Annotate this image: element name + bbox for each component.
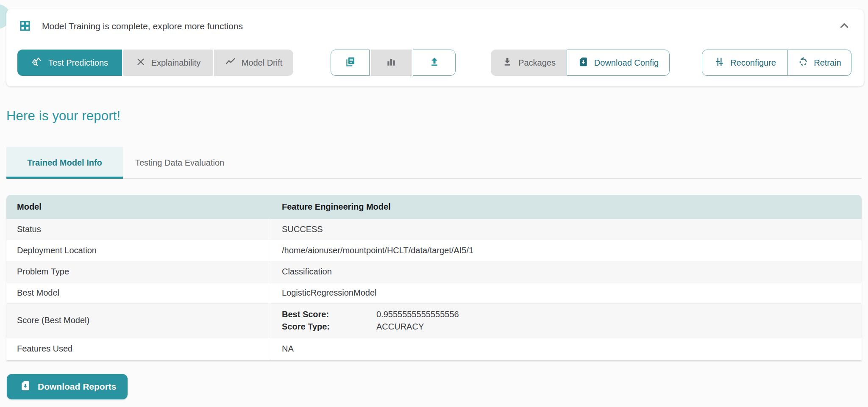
row-value: SUCCESS [271,219,862,240]
score-type-pair: Score Type: ACCURACY [282,321,862,333]
chart-view-button[interactable] [371,50,412,76]
table-row-status: Status SUCCESS [6,219,862,240]
table-header-model: Model [6,195,271,219]
mode-button-group: Test Predictions Explainability [17,50,293,76]
packages-button[interactable]: Packages [491,50,567,76]
row-value: LogisticRegressionModel [271,282,862,304]
page: Model Training is complete, explore more… [0,0,868,407]
query-stats-icon [31,56,43,69]
package-button-group: Packages Download Config [491,50,670,76]
row-value: Classification [271,261,862,282]
row-value: Best Score: 0.9555555555555556 Score Typ… [271,304,862,338]
download-reports-label: Download Reports [38,382,117,392]
download-config-label: Download Config [594,58,659,68]
tune-sliders-icon [714,56,725,69]
report-heading: Here is your report! [6,108,120,124]
retrain-button-group: Reconfigure Retrain [702,50,851,76]
table-row-features-used: Features Used NA [6,338,862,360]
model-drift-label: Model Drift [242,58,283,68]
training-complete-card: Model Training is complete, explore more… [6,9,864,86]
table-header-row: Model Feature Engineering Model [6,195,862,219]
collapse-panel-button[interactable] [837,19,851,33]
grid-icon [19,19,31,32]
explainability-button[interactable]: Explainability [123,50,213,76]
row-label: Features Used [6,338,271,360]
best-score-value: 0.9555555555555556 [376,308,459,321]
test-predictions-button[interactable]: Test Predictions [17,50,122,76]
table-row-deployment-location: Deployment Location /home/aionuser/mount… [6,240,862,261]
file-download-icon [19,380,31,393]
best-score-pair: Best Score: 0.9555555555555556 [282,308,862,321]
bar-chart-icon [385,56,397,70]
rotate-retrain-icon [798,56,808,69]
retrain-button[interactable]: Retrain [788,50,851,76]
test-predictions-label: Test Predictions [48,58,108,68]
tab-trained-model-info[interactable]: Trained Model Info [6,147,123,179]
row-label: Problem Type [6,261,271,282]
packages-label: Packages [518,58,556,68]
row-label: Deployment Location [6,240,271,261]
trained-model-table: Model Feature Engineering Model Status S… [6,195,862,360]
trend-line-icon [225,56,236,69]
row-label: Best Model [6,282,271,304]
banner-actions: Test Predictions Explainability [6,50,864,76]
explainability-label: Explainability [151,58,201,68]
upload-button[interactable] [413,50,456,76]
score-type-value: ACCURACY [376,321,424,333]
report-copy-icon [344,56,356,70]
view-button-group [331,50,456,76]
best-score-key: Best Score: [282,308,376,321]
banner-title: Model Training is complete, explore more… [42,21,243,32]
tab-testing-data-evaluation[interactable]: Testing Data Evaluation [123,147,243,179]
retrain-label: Retrain [814,58,841,68]
download-reports-button[interactable]: Download Reports [7,374,128,399]
reconfigure-label: Reconfigure [730,58,776,68]
table-row-best-model: Best Model LogisticRegressionModel [6,282,862,304]
table-row-score: Score (Best Model) Best Score: 0.9555555… [6,304,862,338]
banner-header: Model Training is complete, explore more… [6,9,864,43]
chevron-up-icon [838,27,851,33]
row-value: /home/aionuser/mountpoint/HCLT/data/targ… [271,240,862,261]
upload-icon [428,56,440,70]
row-label: Status [6,219,271,240]
download-icon [502,56,513,69]
report-view-button[interactable] [331,50,370,76]
close-icon [136,57,146,69]
row-value: NA [271,338,862,360]
row-label: Score (Best Model) [6,304,271,338]
report-tabs: Trained Model Info Testing Data Evaluati… [6,147,862,179]
reconfigure-button[interactable]: Reconfigure [702,50,788,76]
file-download-icon [578,56,589,69]
download-config-button[interactable]: Download Config [567,50,670,76]
table-header-feature-model: Feature Engineering Model [271,195,862,219]
model-drift-button[interactable]: Model Drift [214,50,293,76]
table-row-problem-type: Problem Type Classification [6,261,862,282]
score-type-key: Score Type: [282,321,376,333]
